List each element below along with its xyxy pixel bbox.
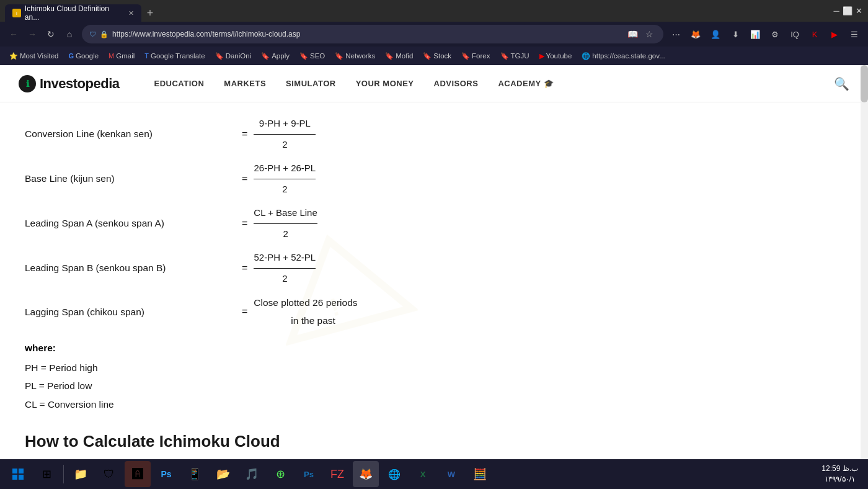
bookmark-google[interactable]: G Google — [64, 50, 103, 61]
bookmark-most-visited[interactable]: ⭐ Most Visited — [5, 50, 63, 62]
bookmark-mofid[interactable]: 🔖 Mofid — [381, 50, 417, 62]
bookmark-star-button[interactable]: ☆ — [643, 28, 656, 40]
taskbar-media-button[interactable]: 🎵 — [239, 461, 265, 487]
home-button[interactable]: ⌂ — [61, 25, 78, 43]
google-icon: G — [68, 52, 74, 60]
back-button[interactable]: ← — [5, 25, 22, 43]
formula-section: Conversion Line (kenkan sen) = 9-PH + 9-… — [25, 115, 831, 330]
nav-item-markets[interactable]: MARKETS — [214, 65, 276, 102]
bookmark-tgju[interactable]: 🔖 TGJU — [496, 50, 534, 62]
close-window-button[interactable]: ✕ — [854, 7, 863, 16]
url-bar[interactable]: 🛡 🔒 https://www.investopedia.com/terms/i… — [82, 25, 663, 43]
task-view-button[interactable]: ⊞ — [33, 461, 60, 487]
search-icon[interactable]: 🔍 — [834, 76, 849, 91]
reader-view-button[interactable]: 📖 — [625, 28, 640, 40]
frac-den-0: 2 — [282, 135, 287, 154]
taskbar-shield-button[interactable]: 🛡 — [96, 461, 122, 487]
taskbar-ps-button[interactable]: Ps — [153, 461, 179, 487]
taskbar-files-button[interactable]: 📂 — [210, 461, 236, 487]
maximize-button[interactable]: ⬜ — [843, 7, 852, 16]
taskbar-excel-button[interactable]: X — [410, 461, 436, 487]
taskbar-ps2-button[interactable]: Ps — [296, 461, 322, 487]
start-button[interactable] — [5, 461, 31, 487]
frac-den-3: 2 — [282, 269, 287, 288]
bookmark-label: Gmail — [116, 52, 135, 60]
kaspersky-button[interactable]: K — [806, 25, 823, 43]
formula-lhs-0: Conversion Line (kenkan sen) — [25, 125, 236, 143]
where-item-ph: PH = Period high — [25, 359, 831, 377]
bookmark-apply[interactable]: 🔖 Apply — [257, 50, 294, 62]
seo-icon: 🔖 — [299, 52, 308, 60]
frac-den-1: 2 — [282, 179, 287, 199]
menu-button[interactable]: ☰ — [846, 25, 863, 43]
nav-item-your-money[interactable]: YOUR MONEY — [346, 65, 424, 102]
clock-date: ۱۳۹۹/۵۰/۱ — [822, 474, 858, 485]
nav-item-academy[interactable]: ACADEMY 🎓 — [488, 65, 564, 102]
chart-ext-button[interactable]: 📊 — [746, 25, 764, 43]
tab-favicon: i — [12, 9, 21, 17]
new-tab-button[interactable]: + — [141, 4, 159, 22]
extensions-button[interactable]: ⋯ — [667, 25, 684, 43]
nav-item-advisors[interactable]: ADVISORS — [424, 65, 489, 102]
taskbar-filezilla-button[interactable]: FZ — [324, 461, 350, 487]
taskbar-app2[interactable]: ⊛ — [267, 461, 293, 487]
bookmark-gmail[interactable]: M Gmail — [104, 50, 139, 61]
fraction-2: CL + Base Line 2 — [254, 204, 317, 243]
bookmark-label: Forex — [472, 52, 490, 60]
bookmark-label: Stock — [433, 52, 451, 60]
bookmark-networks[interactable]: 🔖 Networks — [330, 50, 379, 62]
logo-text: Investopedia — [40, 76, 119, 92]
apply-icon: 🔖 — [261, 52, 270, 60]
scrollbar-thumb[interactable] — [861, 65, 868, 102]
nav-item-simulator[interactable]: SIMULATOR — [276, 65, 346, 102]
where-section: where: PH = Period high PL = Period low … — [25, 343, 831, 413]
taskbar-firefox-button[interactable]: 🦊 — [353, 461, 379, 487]
frac-num-0: 9-PH + 9-PL — [254, 115, 316, 135]
bookmark-youtube[interactable]: ▶ Youtube — [535, 50, 577, 62]
taskbar-calc-button[interactable]: 🧮 — [467, 461, 493, 487]
formula-conversion-line: Conversion Line (kenkan sen) = 9-PH + 9-… — [25, 115, 831, 153]
taskbar-app1[interactable]: 🅰 — [125, 461, 151, 487]
ceac-icon: 🌐 — [582, 52, 590, 60]
formula-lhs-2: Leading Span A (senkou span A) — [25, 214, 236, 232]
active-tab[interactable]: i Ichimoku Cloud Definition an... ✕ — [5, 4, 141, 22]
nav-item-education[interactable]: EDUCATION — [144, 65, 214, 102]
scrollbar[interactable] — [861, 65, 868, 489]
taskbar-chrome-button[interactable]: 🌐 — [381, 461, 407, 487]
bookmark-seo[interactable]: 🔖 SEO — [295, 50, 329, 62]
minimize-button[interactable]: ─ — [832, 7, 841, 16]
bookmark-google-translate[interactable]: T Google Translate — [140, 50, 209, 61]
url-text[interactable]: https://www.investopedia.com/terms/i/ich… — [112, 30, 621, 38]
fraction-0: 9-PH + 9-PL 2 — [254, 115, 316, 153]
frac-num-3: 52-PH + 52-PL — [254, 249, 316, 269]
taskbar-whatsapp-button[interactable]: 📱 — [182, 461, 208, 487]
taskbar-word-button[interactable]: W — [438, 461, 464, 487]
sync-button[interactable]: 👤 — [707, 25, 724, 43]
youtube-ext-button[interactable]: ▶ — [826, 25, 843, 43]
pocket-button[interactable]: 🦊 — [687, 25, 704, 43]
forward-button[interactable]: → — [24, 25, 41, 43]
bookmark-forex[interactable]: 🔖 Forex — [457, 50, 494, 62]
bookmark-ceac[interactable]: 🌐 https://ceac.state.gov... — [577, 50, 669, 62]
stock-icon: 🔖 — [423, 52, 432, 60]
bookmark-stock[interactable]: 🔖 Stock — [418, 50, 456, 62]
tab-close-button[interactable]: ✕ — [128, 9, 134, 17]
taskbar-folder-button[interactable]: 📁 — [68, 461, 94, 487]
formula-leading-span-b: Leading Span B (senkou span B) = 52-PH +… — [25, 249, 831, 287]
formula-lhs-3: Leading Span B (senkou span B) — [25, 259, 236, 277]
bookmark-label: Google — [76, 52, 99, 60]
logo[interactable]: ℹ Investopedia — [19, 75, 119, 92]
formula-eq-3: = — [242, 259, 247, 277]
investopedia-header: ℹ Investopedia EDUCATION MARKETS SIMULAT… — [0, 65, 868, 102]
iq-ext-button[interactable]: IQ — [786, 25, 804, 43]
reload-button[interactable]: ↻ — [42, 25, 60, 43]
bookmark-label: Networks — [345, 52, 375, 60]
lagging-span-line1: Close plotted 26 periods — [254, 294, 357, 312]
article-content: ! Conversion Line (kenkan sen) = 9-PH + … — [0, 102, 868, 489]
logo-icon: ℹ — [19, 75, 36, 92]
bookmark-daniOni[interactable]: 🔖 DaniOni — [211, 50, 256, 62]
frac-num-2: CL + Base Line — [254, 204, 317, 224]
settings-ext-button[interactable]: ⚙ — [766, 25, 784, 43]
formula-lagging-span: Lagging Span (chikou span) = Close plott… — [25, 294, 831, 330]
downloads-button[interactable]: ⬇ — [727, 25, 744, 43]
